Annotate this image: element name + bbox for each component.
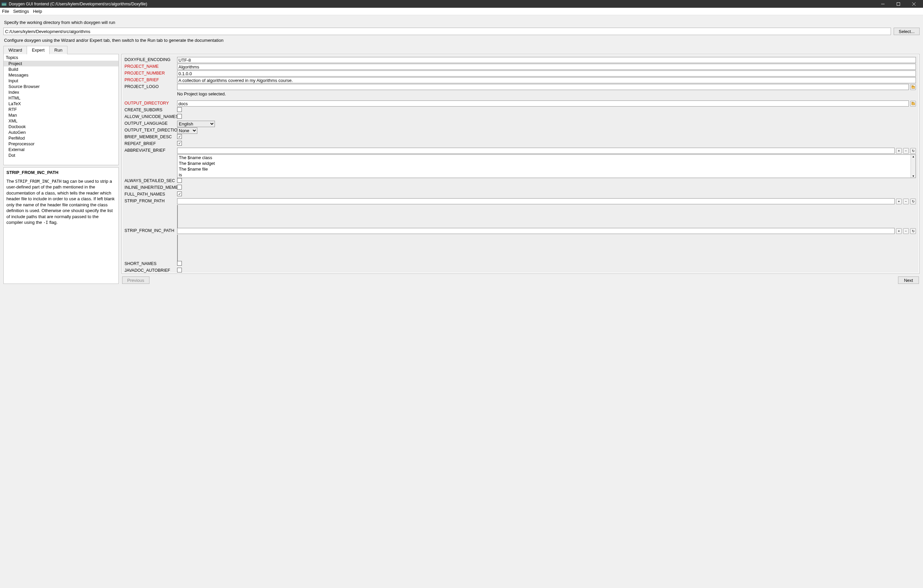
tab-run[interactable]: Run — [49, 46, 67, 54]
svg-rect-1 — [2, 2, 7, 3]
add-strip-path-button[interactable]: + — [896, 198, 902, 204]
label-always-detailed-sec: ALWAYS_DETAILED_SEC — [125, 178, 177, 183]
input-strip-from-inc-path[interactable] — [177, 228, 895, 234]
remove-strip-path-button[interactable]: − — [903, 198, 909, 204]
topics-item-man[interactable]: Man — [4, 112, 118, 118]
menu-bar: File Settings Help — [0, 8, 923, 15]
label-output-directory: OUTPUT_DIRECTORY — [125, 100, 177, 105]
checkbox-brief-member-desc[interactable] — [177, 134, 182, 139]
input-abbreviate-brief[interactable] — [177, 148, 895, 154]
select-output-text-direction[interactable]: None — [177, 128, 197, 134]
input-project-number[interactable] — [177, 70, 916, 77]
label-project-number: PROJECT_NUMBER — [125, 70, 177, 75]
refresh-strip-path-button[interactable]: ↻ — [910, 198, 916, 204]
listbox-scrollbar[interactable]: ▴▾ — [910, 155, 916, 178]
select-workdir-button[interactable]: Select... — [893, 28, 920, 35]
label-brief-member-desc: BRIEF_MEMBER_DESC — [125, 134, 177, 139]
close-button[interactable] — [906, 0, 921, 8]
topics-item-xml[interactable]: XML — [4, 118, 118, 124]
checkbox-create-subdirs[interactable] — [177, 107, 182, 112]
checkbox-always-detailed-sec[interactable] — [177, 178, 182, 183]
topics-item-dot[interactable]: Dot — [4, 152, 118, 158]
refresh-abbreviate-button[interactable]: ↻ — [910, 148, 916, 154]
list-item[interactable]: The $name widget — [177, 161, 916, 166]
maximize-button[interactable] — [891, 0, 906, 8]
input-project-brief[interactable] — [177, 77, 916, 83]
label-project-logo: PROJECT_LOGO — [125, 84, 177, 89]
svg-rect-7 — [912, 86, 913, 87]
checkbox-javadoc-autobrief[interactable] — [177, 268, 182, 272]
topics-item-build[interactable]: Build — [4, 66, 118, 72]
label-short-names: SHORT_NAMES — [125, 261, 177, 266]
checkbox-inline-inherited-memb[interactable] — [177, 185, 182, 190]
label-full-path-names: FULL_PATH_NAMES — [125, 192, 177, 197]
topics-item-external[interactable]: External — [4, 147, 118, 152]
menu-help[interactable]: Help — [33, 9, 42, 14]
label-javadoc-autobrief: JAVADOC_AUTOBRIEF — [125, 268, 177, 273]
input-output-directory[interactable] — [177, 100, 909, 106]
help-body: The STRIP_FROM_INC_PATH tag can be used … — [7, 179, 116, 226]
topics-item-project[interactable]: Project — [4, 61, 118, 66]
listbox-strip-from-inc-path[interactable] — [177, 235, 178, 261]
listbox-abbreviate-brief[interactable]: The $name class The $name widget The $na… — [177, 154, 916, 178]
topics-item-docbook[interactable]: Docbook — [4, 124, 118, 129]
tab-bar: Wizard Expert Run — [3, 46, 920, 54]
topics-item-source-browser[interactable]: Source Browser — [4, 84, 118, 89]
window-title: Doxygen GUI frontend (C:/Users/kylem/Dev… — [9, 2, 875, 7]
select-output-language[interactable]: English — [177, 121, 215, 127]
menu-settings[interactable]: Settings — [13, 9, 29, 14]
list-item[interactable]: The $name file — [177, 166, 916, 172]
topics-panel: Topics ProjectBuildMessagesInputSource B… — [3, 54, 119, 165]
list-item[interactable]: is — [177, 172, 916, 178]
tab-wizard[interactable]: Wizard — [3, 46, 27, 54]
workdir-input[interactable] — [3, 28, 891, 35]
help-title: STRIP_FROM_INC_PATH — [7, 170, 116, 176]
add-abbreviate-button[interactable]: + — [896, 148, 902, 154]
checkbox-short-names[interactable] — [177, 261, 182, 266]
browse-output-button[interactable] — [910, 101, 916, 106]
project-logo-note: No Project logo selected. — [125, 91, 916, 98]
topics-item-perlmod[interactable]: PerlMod — [4, 135, 118, 141]
settings-panel: DOXYFILE_ENCODING PROJECT_NAME PROJECT_N… — [122, 54, 920, 274]
list-item[interactable]: The $name class — [177, 155, 916, 161]
label-strip-from-path: STRIP_FROM_PATH — [125, 198, 177, 203]
minimize-button[interactable] — [875, 0, 891, 8]
browse-logo-button[interactable] — [910, 84, 916, 90]
help-panel: STRIP_FROM_INC_PATH The STRIP_FROM_INC_P… — [3, 167, 119, 284]
topics-item-html[interactable]: HTML — [4, 95, 118, 101]
topics-item-autogen[interactable]: AutoGen — [4, 129, 118, 135]
checkbox-allow-unicode-names[interactable] — [177, 114, 182, 119]
add-strip-inc-button[interactable]: + — [896, 228, 902, 234]
menu-file[interactable]: File — [2, 9, 9, 14]
next-button[interactable]: Next — [898, 277, 919, 284]
label-output-language: OUTPUT_LANGUAGE — [125, 121, 177, 126]
topics-item-latex[interactable]: LaTeX — [4, 101, 118, 106]
remove-strip-inc-button[interactable]: − — [903, 228, 909, 234]
svg-rect-9 — [912, 102, 913, 103]
previous-button[interactable]: Previous — [122, 277, 149, 284]
input-doxyfile-encoding[interactable] — [177, 57, 916, 63]
remove-abbreviate-button[interactable]: − — [903, 148, 909, 154]
topics-item-index[interactable]: Index — [4, 89, 118, 95]
label-inline-inherited-memb: INLINE_INHERITED_MEMB — [125, 185, 177, 190]
input-strip-from-path[interactable] — [177, 198, 895, 204]
topics-item-rtf[interactable]: RTF — [4, 106, 118, 112]
input-project-name[interactable] — [177, 64, 916, 70]
tab-expert[interactable]: Expert — [27, 46, 49, 54]
workdir-instruction: Specify the working directory from which… — [4, 20, 919, 25]
listbox-strip-from-path[interactable] — [177, 205, 178, 228]
config-instruction: Configure doxygen using the Wizard and/o… — [4, 38, 919, 43]
topics-item-preprocessor[interactable]: Preprocessor — [4, 141, 118, 147]
input-project-logo[interactable] — [177, 84, 909, 90]
label-doxyfile-encoding: DOXYFILE_ENCODING — [125, 57, 177, 62]
refresh-strip-inc-button[interactable]: ↻ — [910, 228, 916, 234]
topics-item-messages[interactable]: Messages — [4, 72, 118, 78]
topics-header: Topics — [4, 54, 118, 61]
checkbox-full-path-names[interactable] — [177, 192, 182, 196]
window-titlebar: Doxygen GUI frontend (C:/Users/kylem/Dev… — [0, 0, 923, 8]
checkbox-repeat-brief[interactable] — [177, 141, 182, 146]
label-create-subdirs: CREATE_SUBDIRS — [125, 107, 177, 112]
label-project-name: PROJECT_NAME — [125, 64, 177, 69]
app-icon — [2, 2, 7, 7]
topics-item-input[interactable]: Input — [4, 78, 118, 84]
